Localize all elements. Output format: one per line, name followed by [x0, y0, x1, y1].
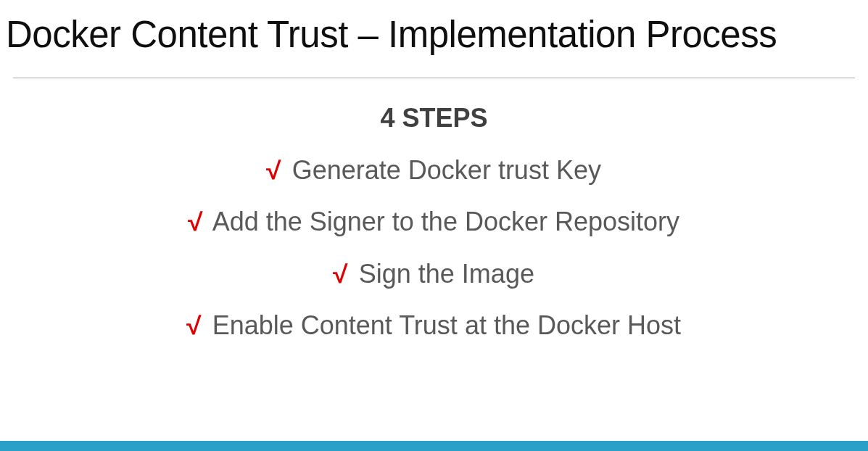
check-icon: √ — [266, 157, 281, 185]
step-2: √ Add the Signer to the Docker Repositor… — [0, 207, 868, 236]
check-icon: √ — [188, 208, 203, 236]
step-1: √ Generate Docker trust Key — [0, 155, 868, 185]
step-4: √ Enable Content Trust at the Docker Hos… — [0, 310, 868, 340]
step-4-text: Enable Content Trust at the Docker Host — [212, 310, 681, 340]
check-icon: √ — [186, 312, 202, 340]
step-2-text: Add the Signer to the Docker Repository — [212, 207, 679, 236]
step-3-text: Sign the Image — [359, 259, 534, 289]
divider — [13, 78, 855, 78]
slide: Docker Content Trust – Implementation Pr… — [0, 0, 868, 451]
check-icon: √ — [333, 260, 348, 289]
step-3: √ Sign the Image — [0, 259, 868, 289]
steps-heading: 4 STEPS — [0, 103, 868, 133]
page-title: Docker Content Trust – Implementation Pr… — [0, 0, 868, 56]
step-1-text: Generate Docker trust Key — [292, 155, 601, 185]
content-body: 4 STEPS √ Generate Docker trust Key √ Ad… — [0, 103, 868, 341]
accent-bar — [0, 441, 868, 451]
